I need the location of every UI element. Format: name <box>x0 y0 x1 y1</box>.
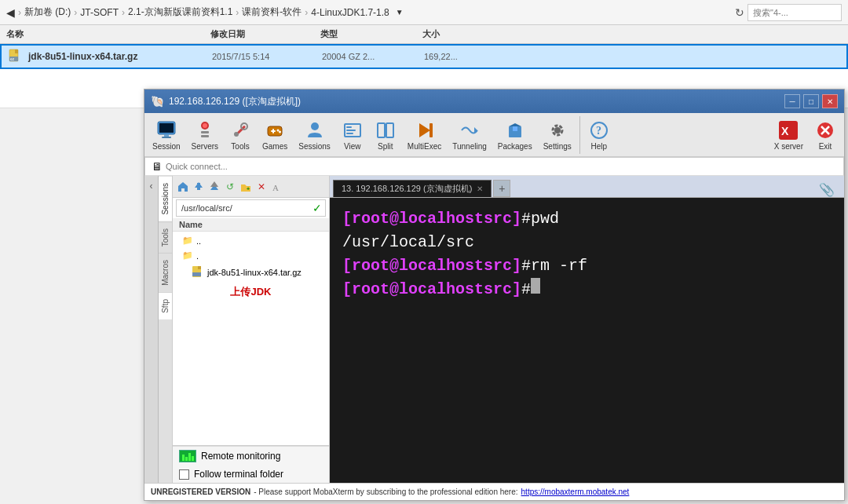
sidebar-tab-tools[interactable]: Tools <box>159 221 172 253</box>
svg-point-18 <box>277 129 280 131</box>
sftp-home-btn[interactable] <box>176 180 190 194</box>
sftp-up-btn[interactable] <box>192 180 206 194</box>
remote-monitoring-label: Remote monitoring <box>201 451 280 462</box>
toolbar-servers[interactable]: Servers <box>187 118 223 152</box>
prompt-host-2: localhost <box>399 254 484 278</box>
toolbar-games[interactable]: Games <box>258 118 292 152</box>
sidebar-tab-sessions[interactable]: Sessions <box>159 176 172 221</box>
terminal-screen[interactable]: [root@localhost src]# pwd /usr/local/src… <box>330 198 844 483</box>
prompt-dir-3: src] <box>484 278 521 301</box>
toolbar-exit[interactable]: Exit <box>810 118 841 152</box>
table-row[interactable]: GZ jdk-8u51-linux-x64.tar.gz 2015/7/15 5… <box>0 44 848 69</box>
svg-rect-28 <box>429 123 433 137</box>
prompt-root-2: [root@ <box>342 254 399 278</box>
help-icon: ? <box>588 119 610 141</box>
sftp-bottom: Remote monitoring Follow terminal folder <box>173 445 329 483</box>
breadcrumb-item-3[interactable]: 2.1-京淘新版课前资料1.1 <box>128 5 232 19</box>
svg-rect-49 <box>192 272 201 276</box>
mobaterm-content: ‹ Sessions Tools Macros Sftp <box>144 176 844 483</box>
sftp-col-name: Name <box>179 220 203 229</box>
sidebar-tabs: Sessions Tools Macros Sftp <box>159 176 173 483</box>
toolbar-tunneling[interactable]: Tunneling <box>448 118 492 152</box>
sftp-tree: 📁 .. 📁 . jdk-8u51-linux-x64.t <box>173 232 329 445</box>
multiexec-icon <box>414 119 436 141</box>
toolbar-view[interactable]: View <box>337 118 368 152</box>
svg-point-9 <box>203 123 207 128</box>
games-icon <box>264 119 286 141</box>
toolbar-tools[interactable]: Tools <box>225 118 256 152</box>
list-item[interactable]: 📁 . <box>173 248 329 263</box>
prompt-root-1: [root@ <box>342 207 399 231</box>
folder-up-icon: 📁 <box>182 236 193 246</box>
breadcrumb-item-4[interactable]: 课前资料-软件 <box>242 5 302 19</box>
quick-connect-input[interactable] <box>166 162 837 171</box>
search-input[interactable] <box>747 4 842 21</box>
minimize-button[interactable]: ─ <box>784 94 800 108</box>
mobaterm-toolbar: Session Servers Tools <box>144 113 844 157</box>
sftp-newfolder-btn[interactable]: + <box>239 180 253 194</box>
svg-rect-6 <box>164 134 169 137</box>
session-icon <box>155 119 177 141</box>
mobaterm-icon: 🐚 <box>151 95 164 108</box>
terminal-tab-active[interactable]: 13. 192.168.126.129 (京淘虚拟机) ✕ <box>333 180 492 197</box>
paperclip-icon[interactable]: 📎 <box>819 182 841 197</box>
collapse-arrow[interactable]: ‹ <box>150 176 153 196</box>
sftp-path-bar[interactable]: /usr/local/src/ ✓ <box>176 199 326 217</box>
monitor-icon <box>179 450 196 462</box>
maximize-button[interactable]: □ <box>803 94 819 108</box>
toolbar-multiexec[interactable]: MultiExec <box>403 118 446 152</box>
toolbar-split[interactable]: Split <box>370 118 401 152</box>
terminal-line-1: [root@localhost src]# pwd <box>342 207 832 231</box>
breadcrumb-item-5[interactable]: 4-LinuxJDK1.7-1.8 <box>311 7 389 18</box>
status-link[interactable]: https://mobaxterm.mobatek.net <box>521 488 630 496</box>
toolbar-session-label: Session <box>152 142 181 151</box>
new-tab-button[interactable]: + <box>493 180 510 197</box>
sftp-up2-btn[interactable] <box>207 180 221 194</box>
sftp-tree-item-dotdot: .. <box>196 236 201 246</box>
toolbar-help[interactable]: ? Help <box>583 118 615 152</box>
follow-terminal-folder[interactable]: Follow terminal folder <box>173 466 329 483</box>
close-button[interactable]: ✕ <box>822 94 838 108</box>
col-header-type: 类型 <box>320 28 422 40</box>
mobaterm-window: 🐚 192.168.126.129 ([京淘虚拟机]) ─ □ ✕ Sessio… <box>144 89 845 501</box>
svg-rect-11 <box>201 135 209 137</box>
sftp-delete-btn[interactable]: ✕ <box>254 180 269 194</box>
view-icon <box>342 119 364 141</box>
toolbar-xserver[interactable]: X X server <box>769 118 808 152</box>
sftp-tree-item-dot: . <box>196 251 199 261</box>
terminal-line-2: /usr/local/src <box>342 231 832 254</box>
mobaterm-title: 192.168.126.129 ([京淘虚拟机]) <box>169 95 301 108</box>
toolbar-separator <box>579 116 580 154</box>
terminal-line-3: [root@localhost src]# rm -rf <box>342 254 832 278</box>
list-item[interactable]: jdk-8u51-linux-x64.tar.gz <box>173 263 329 282</box>
breadcrumb-dropdown-icon[interactable]: ▼ <box>396 8 404 16</box>
mobaterm-titlebar: 🐚 192.168.126.129 ([京淘虚拟机]) ─ □ ✕ <box>144 89 844 113</box>
sftp-toolbar: ↺ + ✕ A <box>173 176 329 198</box>
toolbar-session[interactable]: Session <box>148 118 185 152</box>
status-unregistered: UNREGISTERED VERSION <box>151 488 250 496</box>
cmd-1: pwd <box>531 207 559 231</box>
sftp-rename-btn[interactable]: A <box>270 180 284 194</box>
breadcrumb-item-2[interactable]: JT-SOFT <box>80 7 119 18</box>
sftp-refresh-btn[interactable]: ↺ <box>223 180 237 194</box>
status-bar: UNREGISTERED VERSION - Please support Mo… <box>144 483 844 500</box>
toolbar-settings[interactable]: Settings <box>539 118 576 152</box>
follow-folder-checkbox[interactable] <box>179 469 189 480</box>
toolbar-sessions[interactable]: Sessions <box>294 118 335 152</box>
terminal-cursor <box>531 278 540 294</box>
remote-monitoring-button[interactable]: Remote monitoring <box>173 446 329 466</box>
list-item[interactable]: 📁 .. <box>173 233 329 248</box>
file-list-header: 名称 修改日期 类型 大小 <box>0 25 848 44</box>
status-message: - Please support MobaXterm by subscribin… <box>254 488 517 496</box>
toolbar-settings-label: Settings <box>543 142 572 151</box>
refresh-button[interactable]: ↻ <box>732 6 747 19</box>
sidebar-tab-macros[interactable]: Macros <box>159 253 172 292</box>
tunneling-icon <box>459 119 481 141</box>
nav-back-icon[interactable]: ◀ <box>6 6 15 19</box>
toolbar-packages[interactable]: Packages <box>493 118 537 152</box>
sidebar-tab-sftp[interactable]: Sftp <box>159 292 172 320</box>
upload-label: 上传JDK <box>173 282 329 302</box>
svg-text:?: ? <box>596 125 601 137</box>
breadcrumb-item-1[interactable]: 新加卷 (D:) <box>24 5 71 19</box>
terminal-tab-close[interactable]: ✕ <box>477 184 483 193</box>
